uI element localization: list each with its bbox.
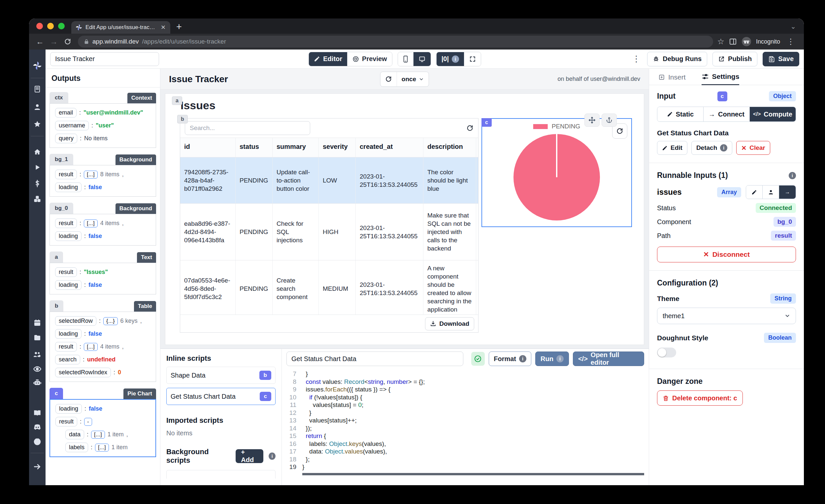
output-key[interactable]: data	[65, 430, 84, 439]
output-expand-chip[interactable]: [...]	[95, 444, 109, 451]
address-bar[interactable]: app.windmill.dev/apps/edit/u/user/issue-…	[78, 35, 713, 48]
canvas-refresh-button[interactable]	[380, 72, 397, 86]
open-full-editor-button[interactable]: </>Open full editor	[573, 352, 644, 366]
output-key[interactable]: username	[55, 121, 89, 130]
publish-button[interactable]: Publish	[712, 52, 757, 66]
table-column-header[interactable]: description	[424, 138, 476, 157]
user-field-button[interactable]	[763, 186, 779, 199]
tab-insert[interactable]: Insert	[658, 73, 686, 85]
output-key[interactable]: loading	[55, 329, 81, 339]
table-search-input[interactable]	[185, 121, 310, 135]
mobile-view-button[interactable]	[398, 52, 414, 66]
hide-panels-button[interactable]: |0| i	[437, 52, 464, 66]
eval-field-button[interactable]: →	[779, 186, 796, 199]
disconnect-button[interactable]: ✕Disconnect	[657, 246, 796, 263]
billing-icon[interactable]	[29, 179, 46, 188]
output-key[interactable]: result	[55, 342, 77, 352]
close-window-button[interactable]	[36, 23, 43, 29]
desktop-view-button[interactable]	[414, 52, 431, 66]
groups-icon[interactable]	[29, 350, 46, 359]
output-card-id[interactable]: ctx	[50, 92, 68, 103]
edit-button[interactable]: Edit	[657, 141, 687, 155]
component-badge-c[interactable]: c	[481, 118, 492, 127]
output-card-id[interactable]: bg_1	[50, 154, 73, 165]
output-expand-chip[interactable]: {...}	[103, 317, 118, 325]
delete-component-button[interactable]: Delete component: c	[657, 390, 743, 406]
zoom-window-button[interactable]	[58, 23, 65, 29]
run-button[interactable]: Runi	[535, 352, 569, 366]
table-row[interactable]: 794208f5-2735-428a-b4af-b071ff0a2962PEND…	[180, 157, 478, 204]
browser-tab[interactable]: Edit App u/user/issue-tracker | ✕	[71, 21, 170, 34]
table-column-header[interactable]: created_at	[356, 138, 424, 157]
component-badge-b[interactable]: b	[177, 115, 188, 124]
preview-mode-button[interactable]: Preview	[348, 52, 392, 66]
horizontal-scrollbar[interactable]	[302, 473, 644, 475]
output-key[interactable]: email	[55, 108, 77, 118]
home-icon[interactable]	[29, 148, 46, 156]
theme-select[interactable]: theme1	[657, 308, 796, 324]
output-key[interactable]: selectedRowIndex	[55, 368, 111, 377]
static-field-button[interactable]	[746, 186, 763, 199]
inline-script-item[interactable]: Shape Datab	[166, 367, 276, 384]
table-refresh-icon[interactable]	[466, 125, 473, 132]
apps-icon[interactable]	[29, 85, 46, 93]
detach-button[interactable]: Detachi	[691, 141, 732, 155]
schedules-icon[interactable]	[29, 319, 46, 327]
runs-icon[interactable]	[29, 164, 46, 171]
pie-legend[interactable]: PENDING	[533, 123, 581, 130]
output-key[interactable]: loading	[55, 280, 81, 290]
chrome-menu-icon[interactable]: ⋮	[785, 37, 797, 46]
app-canvas[interactable]: a Issues b idstatussummaryseveritycreate…	[165, 93, 644, 345]
discord-icon[interactable]	[29, 423, 46, 431]
code-content[interactable]: } const values: Record<string, number> =…	[302, 370, 649, 485]
output-key[interactable]: selectedRow	[55, 316, 96, 326]
doughnut-toggle[interactable]	[657, 348, 676, 357]
star-icon[interactable]	[29, 120, 46, 128]
output-key[interactable]: result	[55, 170, 77, 179]
debug-runs-button[interactable]: Debug Runs	[647, 52, 707, 66]
format-button[interactable]: Formati	[489, 352, 531, 366]
move-handle-icon[interactable]	[584, 114, 600, 127]
background-script-item[interactable]	[166, 470, 276, 479]
save-button[interactable]: Save	[763, 52, 799, 66]
table-column-header[interactable]: severity	[319, 138, 356, 157]
output-card-id[interactable]: b	[50, 300, 63, 311]
tab-settings[interactable]: Settings	[701, 73, 740, 85]
reload-button[interactable]	[61, 35, 74, 48]
inline-script-item[interactable]: Get Status Chart Datac	[166, 388, 276, 405]
resources-icon[interactable]	[29, 195, 46, 203]
output-key[interactable]: query	[55, 134, 77, 143]
table-column-header[interactable]: status	[236, 138, 273, 157]
output-card-id[interactable]: c	[50, 388, 63, 399]
static-mode-button[interactable]: Static	[657, 107, 703, 122]
output-key[interactable]: result	[56, 417, 77, 426]
schedule-dropdown[interactable]: once	[397, 72, 429, 86]
output-card-id[interactable]: a	[50, 251, 63, 263]
table-row[interactable]: 07da0553-4e6e-4d56-8ded-5fd0f7d5c3c2PEND…	[180, 261, 478, 314]
output-key[interactable]: labels	[65, 443, 88, 452]
tab-search-chevron-icon[interactable]: ⌄	[782, 22, 804, 34]
table-component[interactable]: idstatussummaryseveritycreated_atdescrip…	[180, 118, 478, 333]
script-name-input[interactable]	[287, 352, 463, 366]
output-card-id[interactable]: bg_0	[50, 203, 73, 214]
output-expand-chip[interactable]: [...]	[91, 431, 105, 439]
output-key[interactable]: search	[55, 355, 80, 364]
table-column-header[interactable]: id	[180, 138, 236, 157]
output-expand-chip[interactable]: [...]	[84, 343, 98, 351]
window-controls[interactable]	[29, 23, 71, 34]
editor-mode-button[interactable]: Editor	[309, 52, 348, 66]
side-panel-icon[interactable]	[729, 38, 737, 46]
table-row[interactable]: eaba8d96-e387-4d2d-8494-096e4143b8faPEND…	[180, 204, 478, 261]
compute-mode-button[interactable]: </> Compute	[750, 107, 796, 122]
audit-icon[interactable]	[29, 365, 46, 373]
output-key[interactable]: loading	[55, 231, 81, 241]
docs-icon[interactable]	[29, 409, 46, 418]
folders-icon[interactable]	[29, 334, 46, 342]
download-button[interactable]: Download	[425, 317, 474, 331]
forward-button[interactable]: →	[48, 35, 60, 48]
output-key[interactable]: result	[55, 267, 77, 277]
clear-button[interactable]: ✕Clear	[736, 141, 770, 155]
add-background-script-button[interactable]: + Add	[236, 449, 264, 463]
incognito-avatar-icon[interactable]	[742, 37, 751, 47]
connect-mode-button[interactable]: → Connect	[703, 107, 750, 122]
